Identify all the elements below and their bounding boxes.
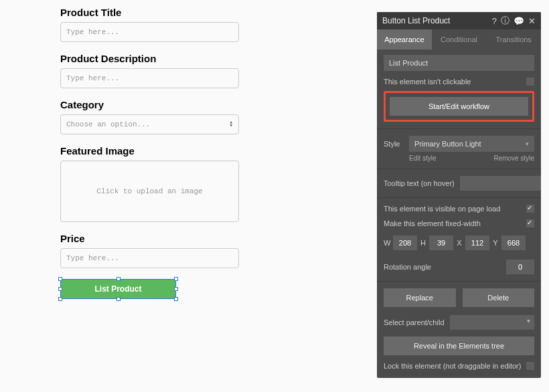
resize-handle-icon[interactable] bbox=[174, 277, 178, 281]
button-label: List Product bbox=[94, 284, 141, 294]
product-description-input[interactable]: Type here... bbox=[60, 68, 239, 88]
parent-select[interactable] bbox=[450, 315, 535, 330]
style-value: Primary Button Light bbox=[414, 140, 481, 148]
inspector-header-icons: ? ⓘ 💬 ✕ bbox=[492, 15, 536, 27]
resize-handle-icon[interactable] bbox=[174, 287, 178, 291]
inspector-panel: Button List Product ? ⓘ 💬 ✕ Appearance C… bbox=[377, 12, 541, 378]
inspector-title: Button List Product bbox=[382, 16, 492, 25]
lock-checkbox[interactable] bbox=[526, 362, 534, 370]
info-icon[interactable]: ⓘ bbox=[501, 15, 509, 27]
resize-handle-icon[interactable] bbox=[174, 297, 178, 301]
rotation-input[interactable] bbox=[506, 260, 534, 274]
separator bbox=[377, 128, 541, 129]
product-title-group: Product Title Type here... bbox=[60, 7, 315, 42]
price-input[interactable]: Type here... bbox=[60, 248, 239, 268]
y-label: Y bbox=[492, 239, 499, 247]
tab-appearance[interactable]: Appearance bbox=[377, 29, 432, 50]
rotation-label: Rotation angle bbox=[384, 263, 431, 271]
resize-handle-icon[interactable] bbox=[58, 287, 62, 291]
resize-handle-icon[interactable] bbox=[116, 297, 121, 301]
visible-checkbox[interactable] bbox=[526, 205, 534, 213]
height-label: H bbox=[420, 239, 426, 247]
placeholder-text: Choose an option... bbox=[66, 120, 150, 128]
width-label: W bbox=[384, 239, 390, 247]
x-label: X bbox=[456, 239, 463, 247]
tab-conditional[interactable]: Conditional bbox=[432, 29, 487, 50]
visible-label: This element is visible on page load bbox=[384, 205, 500, 213]
chevron-down-icon: ▾ bbox=[526, 140, 529, 147]
category-group: Category Choose an option... ▴▾ bbox=[60, 99, 315, 134]
price-label: Price bbox=[60, 233, 315, 244]
resize-handle-icon[interactable] bbox=[58, 297, 62, 301]
fixed-width-label: Make this element fixed-width bbox=[384, 219, 481, 227]
fixed-width-row: Make this element fixed-width bbox=[384, 219, 534, 227]
separator bbox=[377, 281, 541, 282]
featured-image-label: Featured Image bbox=[60, 145, 315, 157]
style-row: Style Primary Button Light ▾ bbox=[384, 136, 534, 152]
visible-row: This element is visible on page load bbox=[384, 205, 534, 213]
clickable-label: This element isn't clickable bbox=[384, 78, 471, 86]
tooltip-input[interactable] bbox=[460, 176, 541, 191]
lock-row: Lock this element (not draggable in edit… bbox=[384, 362, 534, 370]
edit-style-link[interactable]: Edit style bbox=[409, 155, 437, 162]
fixed-width-checkbox[interactable] bbox=[526, 219, 534, 227]
workflow-highlight: Start/Edit workflow bbox=[384, 91, 534, 122]
style-label: Style bbox=[384, 140, 404, 148]
style-sub-actions: Edit style Remove style bbox=[384, 152, 534, 162]
list-product-button-selection[interactable]: List Product bbox=[60, 279, 176, 299]
clickable-checkbox[interactable] bbox=[526, 78, 534, 86]
parent-select-row: Select parent/child bbox=[384, 315, 534, 330]
form-canvas: Product Title Type here... Product Descr… bbox=[0, 0, 375, 392]
inspector-header[interactable]: Button List Product ? ⓘ 💬 ✕ bbox=[377, 12, 541, 29]
clickable-row: This element isn't clickable bbox=[384, 78, 534, 86]
price-group: Price Type here... bbox=[60, 233, 315, 268]
tooltip-row: Tooltip text (on hover) bbox=[384, 176, 534, 191]
featured-image-group: Featured Image Click to upload an image bbox=[60, 145, 315, 222]
inspector-body: This element isn't clickable Start/Edit … bbox=[377, 50, 541, 378]
placeholder-text: Type here... bbox=[66, 28, 119, 36]
product-description-group: Product Description Type here... bbox=[60, 53, 315, 88]
remove-style-link[interactable]: Remove style bbox=[493, 155, 534, 162]
y-input[interactable] bbox=[501, 235, 526, 250]
start-edit-workflow-button[interactable]: Start/Edit workflow bbox=[390, 97, 528, 116]
product-title-label: Product Title bbox=[60, 7, 315, 18]
x-input[interactable] bbox=[465, 235, 489, 250]
separator bbox=[377, 169, 541, 169]
tooltip-label: Tooltip text (on hover) bbox=[384, 179, 455, 187]
list-product-button[interactable]: List Product bbox=[61, 280, 175, 298]
separator bbox=[377, 197, 541, 198]
product-description-label: Product Description bbox=[60, 53, 315, 64]
comment-icon[interactable]: 💬 bbox=[514, 16, 524, 26]
select-arrows-icon: ▴▾ bbox=[230, 121, 233, 128]
inspector-tabs: Appearance Conditional Transitions bbox=[377, 29, 541, 50]
product-title-input[interactable]: Type here... bbox=[60, 22, 239, 42]
tab-transitions[interactable]: Transitions bbox=[486, 29, 541, 50]
category-label: Category bbox=[60, 99, 315, 110]
placeholder-text: Type here... bbox=[66, 254, 119, 262]
width-input[interactable] bbox=[393, 235, 417, 250]
dimensions-row: W H X Y bbox=[384, 235, 534, 250]
resize-handle-icon[interactable] bbox=[58, 277, 62, 281]
resize-handle-icon[interactable] bbox=[116, 277, 121, 281]
parent-label: Select parent/child bbox=[384, 318, 445, 326]
height-input[interactable] bbox=[429, 235, 453, 250]
upload-placeholder: Click to upload an image bbox=[96, 187, 202, 195]
close-icon[interactable]: ✕ bbox=[528, 16, 536, 26]
category-select[interactable]: Choose an option... ▴▾ bbox=[60, 114, 239, 134]
delete-button[interactable]: Delete bbox=[463, 288, 535, 307]
help-icon[interactable]: ? bbox=[492, 16, 497, 26]
style-select[interactable]: Primary Button Light ▾ bbox=[409, 136, 534, 152]
replace-delete-row: Replace Delete bbox=[384, 288, 534, 307]
rotation-row: Rotation angle bbox=[384, 260, 534, 274]
element-name-input[interactable] bbox=[384, 55, 534, 71]
replace-button[interactable]: Replace bbox=[384, 288, 456, 307]
lock-label: Lock this element (not draggable in edit… bbox=[384, 362, 521, 370]
image-upload-area[interactable]: Click to upload an image bbox=[60, 161, 239, 222]
placeholder-text: Type here... bbox=[66, 74, 119, 82]
reveal-elements-tree-button[interactable]: Reveal in the Elements tree bbox=[384, 336, 534, 355]
